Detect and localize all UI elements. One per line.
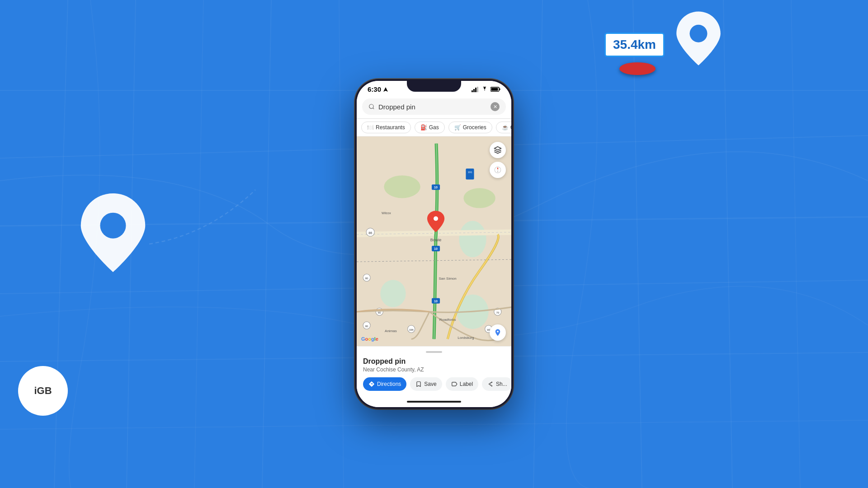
red-oval-decoration (619, 62, 656, 75)
svg-rect-55 (466, 169, 474, 179)
restaurants-label: Restaurants (376, 124, 405, 131)
svg-text:Lordsburg: Lordsburg (458, 336, 474, 340)
map-controls (490, 142, 506, 178)
phone-screen: 6:30 (357, 81, 511, 407)
igb-logo: iGB (18, 366, 68, 416)
sheet-actions: Directions Save Label (363, 377, 505, 391)
svg-text:10: 10 (434, 186, 438, 189)
svg-text:86: 86 (368, 231, 372, 235)
svg-line-25 (373, 108, 374, 109)
category-coffee[interactable]: ☕ Coffee (496, 122, 511, 133)
search-bar[interactable]: Dropped pin ✕ (357, 95, 511, 119)
large-pin-left-icon (77, 190, 149, 276)
google-watermark: Google (361, 336, 378, 342)
svg-text:10: 10 (434, 300, 438, 303)
svg-point-68 (491, 385, 492, 386)
svg-line-10 (339, 0, 344, 488)
home-indicator (357, 396, 511, 407)
svg-point-15 (100, 213, 126, 239)
coffee-label: Coffee (510, 124, 511, 131)
status-time: 6:30 (368, 85, 388, 93)
category-restaurants[interactable]: 🍽️ Restaurants (361, 122, 411, 133)
svg-rect-20 (477, 87, 478, 92)
distance-value: 35.4km (613, 38, 656, 52)
save-button[interactable]: Save (410, 377, 442, 391)
svg-text:191: 191 (467, 171, 472, 174)
my-location-icon (494, 328, 502, 337)
share-icon (487, 381, 494, 387)
map-svg: 10 10 10 86 80 80 60 (357, 136, 511, 346)
distance-badge: 35.4km (604, 33, 665, 57)
compass-button[interactable] (490, 162, 506, 178)
save-icon (415, 381, 422, 387)
svg-point-64 (434, 216, 438, 221)
svg-rect-17 (472, 90, 473, 92)
gas-icon: ⛽ (420, 124, 427, 131)
label-button[interactable]: Label (446, 377, 478, 391)
signal-icon (472, 87, 479, 92)
phone-notch (407, 79, 461, 92)
groceries-label: Groceries (463, 124, 486, 131)
bottom-sheet: Dropped pin Near Cochise County, AZ Dire… (357, 346, 511, 396)
svg-text:10: 10 (434, 247, 438, 250)
restaurants-icon: 🍽️ (367, 124, 374, 131)
directions-label: Directions (377, 381, 401, 387)
svg-point-24 (369, 104, 373, 108)
svg-text:60: 60 (378, 311, 381, 314)
wifi-icon (481, 87, 488, 92)
svg-line-6 (54, 0, 68, 488)
groceries-icon: 🛒 (454, 124, 461, 131)
label-icon (451, 381, 458, 387)
svg-point-28 (463, 188, 495, 208)
pin-subtitle: Near Cochise County, AZ (363, 366, 505, 373)
svg-point-27 (384, 175, 420, 198)
sheet-handle (426, 351, 442, 353)
location-arrow-icon (383, 87, 388, 92)
phone-body: 6:30 (355, 79, 513, 409)
search-input-wrap[interactable]: Dropped pin ✕ (362, 99, 506, 115)
category-gas[interactable]: ⛽ Gas (415, 122, 445, 133)
svg-text:Wilcox: Wilcox (382, 211, 391, 215)
category-bar: 🍽️ Restaurants ⛽ Gas 🛒 Groceries ☕ Coffe… (357, 119, 511, 136)
battery-icon (491, 87, 500, 92)
map-area[interactable]: 10 10 10 86 80 80 60 (357, 136, 511, 346)
layers-button[interactable] (490, 142, 506, 158)
pin-title: Dropped pin (363, 357, 505, 366)
svg-text:80: 80 (365, 277, 368, 280)
label-label: Label (460, 381, 473, 387)
status-icons (472, 87, 500, 92)
save-label: Save (424, 381, 436, 387)
compass-icon (494, 166, 502, 174)
my-location-button[interactable] (490, 324, 506, 341)
svg-text:San Simon: San Simon (439, 277, 457, 281)
layers-icon (494, 146, 502, 154)
home-bar (407, 401, 461, 403)
svg-point-16 (690, 25, 708, 42)
svg-point-67 (491, 382, 492, 383)
svg-text:80: 80 (365, 325, 368, 328)
svg-text:Bowie: Bowie (430, 238, 442, 242)
svg-rect-22 (500, 89, 500, 90)
phone-device: 6:30 (355, 79, 513, 409)
category-groceries[interactable]: 🛒 Groceries (448, 122, 492, 133)
svg-rect-23 (491, 88, 498, 91)
gas-label: Gas (429, 124, 439, 131)
svg-line-8 (194, 0, 203, 488)
search-clear-button[interactable]: ✕ (491, 102, 500, 111)
svg-text:Roadforks: Roadforks (439, 318, 456, 322)
share-button[interactable]: Sh... (482, 377, 511, 391)
search-icon (368, 103, 375, 110)
svg-line-13 (723, 0, 732, 488)
svg-text:70: 70 (496, 311, 499, 314)
svg-line-11 (533, 0, 542, 488)
search-text: Dropped pin (378, 103, 487, 111)
svg-text:Animas: Animas (385, 329, 397, 333)
svg-rect-18 (473, 89, 475, 92)
svg-line-14 (791, 0, 800, 488)
svg-point-29 (459, 221, 486, 257)
directions-button[interactable]: Directions (363, 377, 406, 391)
svg-text:338: 338 (409, 328, 414, 331)
coffee-icon: ☕ (502, 124, 509, 131)
large-pin-right-icon (674, 9, 723, 68)
svg-rect-19 (475, 88, 476, 92)
